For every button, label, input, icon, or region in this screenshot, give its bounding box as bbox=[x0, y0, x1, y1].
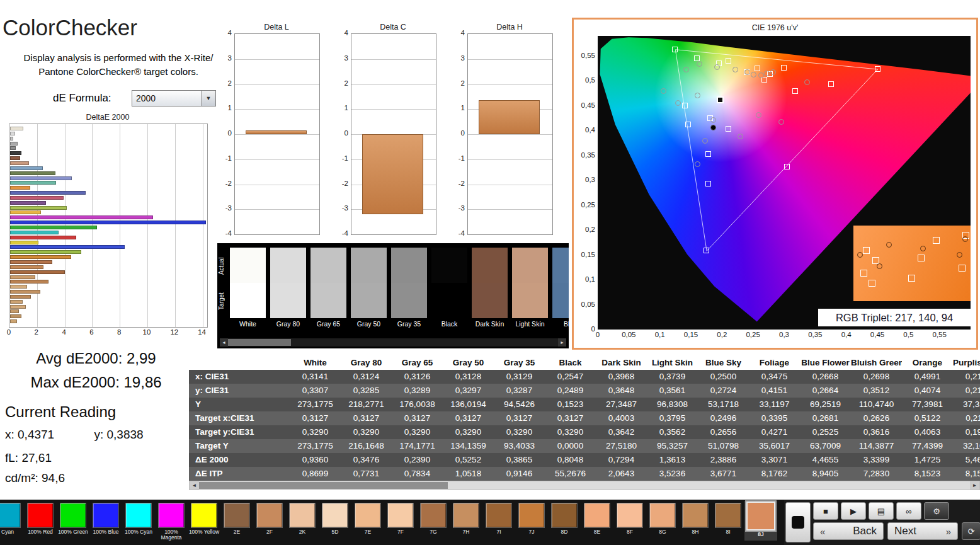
table-cell: 0,5122 bbox=[902, 411, 953, 425]
dropdown-arrow-icon[interactable]: ▼ bbox=[201, 91, 215, 106]
table-scrollbar-thumb[interactable] bbox=[199, 482, 448, 489]
patch-7h[interactable]: 7H bbox=[450, 501, 482, 541]
play-button[interactable]: ▶ bbox=[841, 502, 866, 520]
scroll-left-icon[interactable]: ◄ bbox=[220, 338, 228, 347]
patch-100-yellow[interactable]: 100% Yellow bbox=[188, 501, 220, 541]
y-tick-label: 0,05 bbox=[581, 301, 595, 308]
patch-8i[interactable]: 8I bbox=[712, 501, 744, 541]
patch-8g[interactable]: 8G bbox=[646, 501, 679, 541]
target-square bbox=[704, 248, 709, 253]
table-scrollbar[interactable]: ◄ ► bbox=[189, 481, 980, 490]
colorchecker-app: ColorChecker Display analysis is perform… bbox=[0, 0, 980, 545]
table-cell: 0,3127 bbox=[494, 411, 545, 425]
x-tick-label: 0,2 bbox=[710, 331, 733, 338]
table-cell: 114,3877 bbox=[851, 439, 902, 453]
patch-7g[interactable]: 7G bbox=[417, 501, 450, 541]
table-header-row: WhiteGray 80Gray 65Gray 50Gray 35BlackDa… bbox=[189, 356, 980, 370]
x-tick-label: 0,5 bbox=[897, 331, 920, 338]
patch-7e[interactable]: 7E bbox=[351, 501, 384, 541]
actual-swatch bbox=[351, 248, 387, 283]
patch-100-cyan[interactable]: 100% Cyan bbox=[122, 501, 155, 541]
y-tick-label: 2 bbox=[228, 79, 232, 87]
target-swatch bbox=[472, 283, 508, 318]
target-square bbox=[828, 81, 834, 87]
target-square bbox=[682, 103, 688, 108]
patch-8h[interactable]: 8H bbox=[679, 501, 712, 541]
patch-cyan[interactable]: Cyan bbox=[0, 501, 24, 541]
table-cell: 0,3290 bbox=[341, 425, 392, 439]
scroll-right-icon[interactable]: ► bbox=[558, 338, 566, 347]
swatch-gray-35: Gray 35 bbox=[391, 248, 427, 328]
settings-button[interactable]: ⚙ bbox=[924, 502, 949, 520]
patch-5d[interactable]: 5D bbox=[319, 501, 351, 541]
patch-color-swatch bbox=[486, 503, 512, 528]
swatch-scrollbar-thumb[interactable] bbox=[228, 339, 291, 346]
xy-reading: x: 0,4371 y: 0,3838 bbox=[5, 428, 144, 442]
delta-c-y-labels: 43210-1-2-3-4 bbox=[340, 33, 349, 234]
patch-100-green[interactable]: 100% Green bbox=[57, 501, 89, 541]
stop-button[interactable]: ■ bbox=[813, 502, 838, 520]
table-cell: 3,3399 bbox=[851, 453, 902, 467]
patch-8e[interactable]: 8E bbox=[581, 501, 613, 541]
x-tick-label: 14 bbox=[196, 328, 208, 336]
table-cell: 0,4271 bbox=[749, 425, 800, 439]
table-row: Y273,1775218,2771176,0038136,019494,5426… bbox=[189, 398, 980, 411]
de-bar bbox=[10, 176, 72, 180]
swatch-label: Blue bbox=[552, 320, 569, 328]
current-reading-label: Current Reading bbox=[5, 403, 116, 421]
de-bar bbox=[10, 305, 26, 309]
delta-l-plot bbox=[234, 33, 320, 235]
patch-7f[interactable]: 7F bbox=[384, 501, 417, 541]
scroll-right-icon[interactable]: ► bbox=[970, 481, 979, 490]
patch-color-swatch bbox=[93, 503, 119, 528]
table-cell: 0,7294 bbox=[596, 453, 647, 467]
de-bar bbox=[10, 265, 43, 269]
next-button[interactable]: Next » bbox=[887, 522, 958, 540]
table-cell: 0,3307 bbox=[290, 384, 341, 398]
y-tick-label: 4 bbox=[461, 29, 465, 37]
patch-2e[interactable]: 2E bbox=[220, 501, 253, 541]
patch-2k[interactable]: 2K bbox=[286, 501, 319, 541]
patch-color-swatch bbox=[682, 503, 709, 528]
actual-row-label: Actual bbox=[218, 248, 227, 284]
patch-8f[interactable]: 8F bbox=[613, 501, 646, 541]
de-formula-dropdown[interactable]: 2000 ▼ bbox=[132, 90, 216, 106]
table-cell: 0,3968 bbox=[596, 370, 647, 384]
table-cell: 0,3129 bbox=[494, 370, 545, 384]
gridline bbox=[235, 159, 319, 160]
patch-label: 8G bbox=[646, 529, 679, 535]
gridline bbox=[351, 59, 436, 60]
scroll-left-icon[interactable]: ◄ bbox=[190, 481, 199, 490]
measured-circle bbox=[744, 69, 750, 75]
table-row: Target Y273,1775216,1648174,1771134,1359… bbox=[189, 439, 980, 453]
patch-8d[interactable]: 8D bbox=[548, 501, 581, 541]
target-square bbox=[685, 122, 691, 127]
patch-7i[interactable]: 7I bbox=[482, 501, 515, 541]
patch-2f[interactable]: 2F bbox=[253, 501, 286, 541]
table-cell: 0,3290 bbox=[443, 425, 494, 439]
gridline bbox=[351, 109, 436, 110]
refresh-button[interactable]: ⟳ bbox=[962, 522, 980, 540]
patch-100-red[interactable]: 100% Red bbox=[24, 501, 57, 541]
patch-100-magenta[interactable]: 100% Magenta bbox=[155, 501, 188, 541]
pattern-window-button[interactable] bbox=[785, 502, 811, 542]
link-button[interactable]: ∞ bbox=[896, 502, 921, 520]
target-swatch bbox=[270, 283, 306, 318]
de-bar bbox=[10, 231, 59, 234]
save-button[interactable]: ▤ bbox=[869, 502, 894, 520]
column-header: Orange bbox=[902, 356, 953, 370]
table-cell: 0,3287 bbox=[494, 384, 545, 398]
patch-100-blue[interactable]: 100% Blue bbox=[89, 501, 122, 541]
patch-7j[interactable]: 7J bbox=[515, 501, 548, 541]
patch-8j[interactable]: 8J bbox=[744, 501, 777, 541]
y-tick-label: -4 bbox=[342, 229, 348, 237]
row-label: Target Y bbox=[189, 439, 290, 453]
swatch-scrollbar[interactable]: ◄ ► bbox=[220, 338, 566, 347]
table-cell: 0,3127 bbox=[290, 411, 341, 425]
table-cell: 216,1648 bbox=[341, 439, 392, 453]
de-bar bbox=[10, 201, 46, 205]
table-cell: 0,3127 bbox=[443, 411, 494, 425]
pattern-window-icon bbox=[792, 516, 804, 529]
back-button[interactable]: « Back bbox=[813, 522, 884, 540]
y-tick-label: 0,1 bbox=[585, 275, 595, 283]
